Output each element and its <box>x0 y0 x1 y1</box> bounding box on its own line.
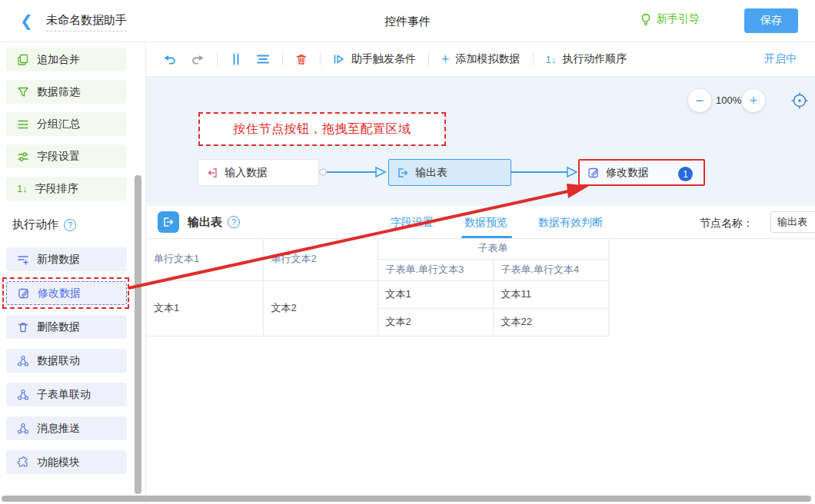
app-window: ❮ 未命名数据助手 控件事件 新手引导 保存 追加合并 数据筛选 分组汇总 字段… <box>0 0 815 504</box>
table-cell: 文本22 <box>493 308 608 336</box>
redo-button[interactable] <box>191 53 205 65</box>
node-label: 输出表 <box>415 166 447 180</box>
sidebar-item-field-sort[interactable]: 1↓ 字段排序 <box>6 177 127 201</box>
sidebar-item-label: 新增数据 <box>37 253 80 267</box>
section-title: 执行动作 <box>12 217 58 232</box>
node-label: 修改数据 <box>606 166 649 180</box>
sidebar-item-subform-linkage[interactable]: 子表单联动 <box>6 383 127 406</box>
edit-icon <box>587 167 600 179</box>
lightbulb-icon <box>640 13 652 26</box>
zoom-in-button[interactable]: + <box>742 89 765 112</box>
toolbar-divider <box>533 53 534 65</box>
panel-title: 输出表 <box>188 215 222 230</box>
action-order-label: 执行动作顺序 <box>562 52 627 66</box>
message-push-icon <box>17 423 29 435</box>
add-mock-data-label: 添加模拟数据 <box>456 52 521 66</box>
export-icon <box>397 167 409 179</box>
tab-data-validation[interactable]: 数据有效判断 <box>538 216 603 230</box>
sidebar-item-label: 追加合并 <box>37 53 80 67</box>
toolbar-divider <box>282 53 283 65</box>
section-execute-actions: 执行动作 ? <box>12 217 76 232</box>
panel-help-icon[interactable]: ? <box>228 216 240 228</box>
data-linkage-icon <box>17 355 29 367</box>
sidebar-item-label: 数据筛选 <box>37 85 80 99</box>
module-icon <box>17 456 29 469</box>
node-name-input[interactable] <box>770 211 815 233</box>
column-group-header: 子表单 <box>378 238 608 259</box>
edit-data-icon <box>18 287 30 300</box>
column-header: 子表单.单行文本3 <box>378 259 493 280</box>
data-preview-table: 单行文本1 单行文本2 子表单 子表单.单行文本3 子表单.单行文本4 文本1 … <box>146 238 609 337</box>
align-vertical-button[interactable] <box>230 53 242 65</box>
action-order-button[interactable]: 1↓ 执行动作顺序 <box>546 52 627 66</box>
sidebar-item-label: 数据联动 <box>37 354 80 368</box>
save-button[interactable]: 保存 <box>744 8 798 33</box>
trigger-icon <box>333 53 345 65</box>
sidebar-item-label: 分组汇总 <box>37 118 80 131</box>
topbar: ❮ 未命名数据助手 控件事件 新手引导 保存 <box>0 0 815 42</box>
sidebar-item-group-summary[interactable]: 分组汇总 <box>6 112 127 136</box>
align-horizontal-button[interactable] <box>256 53 270 65</box>
column-header: 单行文本2 <box>263 238 378 280</box>
column-header: 单行文本1 <box>146 238 263 280</box>
canvas-toolbar: 助手触发条件 + 添加模拟数据 1↓ 执行动作顺序 开启中 <box>146 42 815 77</box>
sidebar-item-data-linkage[interactable]: 数据联动 <box>6 349 127 373</box>
sidebar-item-modify-data[interactable]: 修改数据 <box>6 281 127 305</box>
page-title: 控件事件 <box>384 15 431 29</box>
delete-node-button[interactable] <box>295 53 308 66</box>
table-cell: 文本1 <box>146 280 263 336</box>
sidebar-item-label: 消息推送 <box>37 422 80 436</box>
node-label: 输入数据 <box>225 166 268 180</box>
sidebar-item-append-merge[interactable]: 追加合并 <box>6 48 127 71</box>
column-header: 子表单.单行文本4 <box>493 259 608 280</box>
add-mock-data-button[interactable]: + 添加模拟数据 <box>441 52 521 66</box>
sidebar-item-label: 修改数据 <box>38 287 81 300</box>
config-panel: 输出表 ? 字段设置 数据预览 数据有效判断 节点名称： 单行文本1 单行文本2… <box>146 206 815 504</box>
output-table-icon <box>158 211 179 233</box>
sidebar-item-label: 删除数据 <box>37 320 80 334</box>
merge-icon <box>17 54 29 66</box>
table-cell: 文本2 <box>263 280 378 336</box>
sidebar-scrollbar[interactable] <box>135 175 141 494</box>
doc-title[interactable]: 未命名数据助手 <box>46 13 127 32</box>
flow-canvas[interactable]: − 100% + 按住节点按钮，拖拽至配置区域 输入数据 输出表 修改数据 1 <box>146 77 815 206</box>
sidebar-item-data-filter[interactable]: 数据筛选 <box>6 80 127 104</box>
subform-linkage-icon <box>17 389 29 401</box>
back-icon[interactable]: ❮ <box>20 12 33 30</box>
group-summary-icon <box>17 118 29 131</box>
sort-icon: 1↓ <box>17 184 28 194</box>
status-toggle[interactable]: 开启中 <box>764 52 797 66</box>
toolbar-divider <box>217 53 218 65</box>
trigger-condition-button[interactable]: 助手触发条件 <box>333 52 416 66</box>
zoom-level: 100% <box>716 94 741 106</box>
help-icon[interactable]: ? <box>64 219 76 231</box>
table-cell: 文本11 <box>493 280 608 308</box>
field-settings-icon <box>17 151 29 163</box>
sidebar-item-field-settings[interactable]: 字段设置 <box>6 144 127 168</box>
guide-label: 新手引导 <box>657 12 700 26</box>
sidebar-item-message-push[interactable]: 消息推送 <box>6 416 127 440</box>
node-modify-data[interactable]: 修改数据 1 <box>578 159 705 186</box>
zoom-out-button[interactable]: − <box>688 89 711 112</box>
sidebar-item-delete-data[interactable]: 删除数据 <box>6 315 127 339</box>
tab-field-settings[interactable]: 字段设置 <box>391 216 434 230</box>
add-data-icon <box>17 254 29 266</box>
locate-center-icon[interactable] <box>790 91 809 110</box>
node-input-data[interactable]: 输入数据 <box>198 159 319 186</box>
node-count-badge: 1 <box>678 167 693 181</box>
table-cell: 文本2 <box>378 308 493 336</box>
node-output-table[interactable]: 输出表 <box>388 159 511 186</box>
sidebar-item-add-data[interactable]: 新增数据 <box>6 247 127 271</box>
undo-button[interactable] <box>163 53 177 65</box>
sidebar-item-label: 功能模块 <box>37 456 80 469</box>
sidebar-item-label: 子表单联动 <box>37 388 91 402</box>
delete-data-icon <box>17 321 29 333</box>
table-cell: 文本1 <box>378 280 493 308</box>
toolbar-divider <box>320 53 321 65</box>
sidebar-item-function-module[interactable]: 功能模块 <box>6 450 127 474</box>
sidebar-item-label: 字段设置 <box>37 150 80 164</box>
guide-link[interactable]: 新手引导 <box>640 12 700 26</box>
import-icon <box>206 167 218 179</box>
tab-data-preview[interactable]: 数据预览 <box>464 216 507 230</box>
horizontal-scrollbar[interactable] <box>2 496 811 502</box>
